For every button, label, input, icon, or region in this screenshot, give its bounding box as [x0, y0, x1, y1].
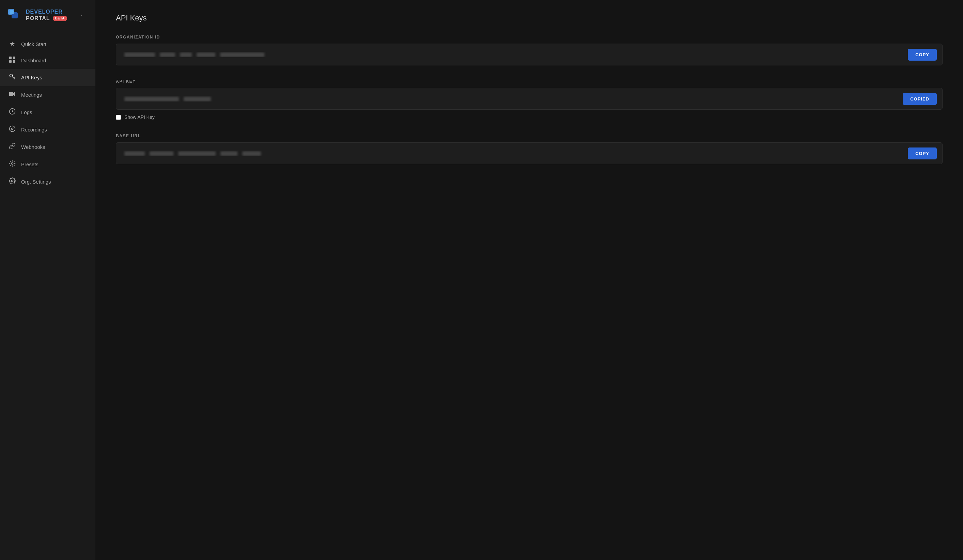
logo-text: DEVELOPER PORTAL BETA — [26, 8, 67, 21]
star-icon: ★ — [8, 40, 16, 48]
base-url-blur-3 — [178, 151, 216, 156]
main-content: API Keys ORGANIZATION ID COPY API KEY CO… — [96, 0, 963, 560]
api-key-blur-1 — [124, 97, 179, 102]
sidebar-item-api-keys[interactable]: API Keys — [0, 69, 96, 86]
show-api-key-checkbox[interactable] — [116, 115, 121, 120]
svg-rect-6 — [13, 60, 15, 63]
logs-icon — [8, 108, 16, 117]
base-url-section: BASE URL COPY — [116, 134, 942, 164]
org-settings-icon — [8, 178, 16, 186]
org-id-copy-button[interactable]: COPY — [908, 49, 937, 61]
api-key-section: API KEY COPIED Show API Key — [116, 79, 942, 120]
base-url-blur-4 — [220, 151, 238, 156]
svg-point-9 — [10, 126, 15, 132]
base-url-label: BASE URL — [116, 134, 942, 138]
svg-point-11 — [11, 163, 13, 165]
api-key-copied-button[interactable]: COPIED — [903, 93, 937, 105]
sidebar-item-label: API Keys — [21, 74, 42, 80]
link-icon — [8, 143, 16, 151]
sidebar-item-org-settings[interactable]: Org. Settings — [0, 173, 96, 190]
sidebar-item-label: Quick Start — [21, 41, 46, 47]
base-url-copy-button[interactable]: COPY — [908, 147, 937, 159]
recordings-icon — [8, 125, 16, 134]
base-url-blur-2 — [149, 151, 173, 156]
sidebar-item-label: Meetings — [21, 92, 42, 98]
page-title: API Keys — [116, 14, 942, 23]
base-url-field-box: COPY — [116, 142, 942, 164]
api-key-field-box: COPIED — [116, 88, 942, 110]
sidebar-collapse-button[interactable]: ← — [77, 10, 89, 20]
sidebar-item-logs[interactable]: Logs — [0, 104, 96, 121]
base-url-value — [123, 151, 902, 156]
org-id-blur-5 — [220, 52, 264, 57]
org-id-blur-4 — [197, 52, 216, 57]
sidebar-item-label: Dashboard — [21, 58, 46, 63]
show-api-key-row: Show API Key — [116, 115, 942, 120]
svg-rect-8 — [9, 92, 13, 96]
sidebar-header: DEVELOPER PORTAL BETA ← — [0, 0, 96, 30]
svg-rect-5 — [9, 60, 11, 63]
key-icon — [8, 73, 16, 82]
org-id-value — [123, 52, 902, 57]
org-id-label: ORGANIZATION ID — [116, 35, 942, 39]
org-id-blur-3 — [180, 52, 192, 57]
svg-rect-4 — [13, 57, 15, 59]
beta-badge: BETA — [53, 16, 67, 21]
sidebar-item-label: Webhooks — [21, 144, 45, 150]
sidebar-item-label: Presets — [21, 162, 39, 167]
sidebar-item-recordings[interactable]: Recordings — [0, 121, 96, 138]
api-key-value — [123, 96, 897, 102]
org-id-blur-2 — [160, 52, 175, 57]
org-id-blur-1 — [124, 52, 155, 57]
org-id-field-box: COPY — [116, 44, 942, 65]
svg-point-7 — [10, 74, 13, 77]
show-api-key-label[interactable]: Show API Key — [124, 115, 155, 120]
sidebar-item-label: Logs — [21, 109, 32, 115]
dashboard-icon — [8, 57, 16, 65]
sidebar-item-dashboard[interactable]: Dashboard — [0, 52, 96, 69]
sidebar-item-presets[interactable]: Presets — [0, 156, 96, 173]
logo-developer-text: DEVELOPER — [26, 8, 67, 15]
sidebar-item-webhooks[interactable]: Webhooks — [0, 138, 96, 156]
logo-area: DEVELOPER PORTAL BETA — [7, 8, 67, 23]
sidebar-item-quick-start[interactable]: ★ Quick Start — [0, 36, 96, 52]
svg-rect-2 — [10, 10, 14, 14]
base-url-blur-5 — [242, 151, 261, 156]
svg-rect-3 — [9, 57, 11, 59]
api-key-label: API KEY — [116, 79, 942, 84]
sidebar-item-meetings[interactable]: Meetings — [0, 86, 96, 104]
logo-icon — [7, 8, 22, 23]
sidebar-nav: ★ Quick Start Dashboard — [0, 30, 96, 560]
presets-icon — [8, 160, 16, 168]
camera-icon — [8, 91, 16, 99]
logo-portal-text: PORTAL BETA — [26, 15, 67, 21]
base-url-blur-1 — [124, 151, 145, 156]
sidebar-item-label: Org. Settings — [21, 179, 51, 185]
svg-point-10 — [11, 128, 13, 130]
sidebar-item-label: Recordings — [21, 127, 47, 133]
svg-point-12 — [11, 180, 13, 182]
sidebar: DEVELOPER PORTAL BETA ← ★ Quick Start — [0, 0, 96, 560]
org-id-section: ORGANIZATION ID COPY — [116, 35, 942, 65]
api-key-blur-2 — [184, 97, 211, 102]
